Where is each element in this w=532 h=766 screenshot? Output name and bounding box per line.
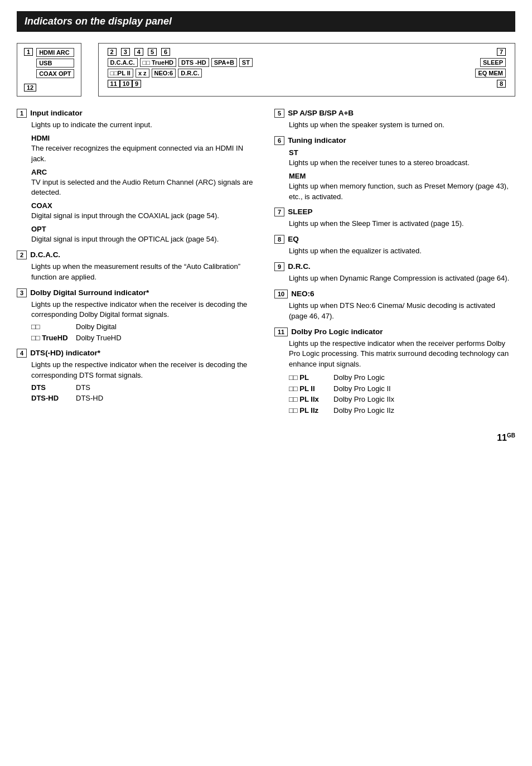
sub-opt-text: Digital signal is input through the OPTI… (31, 234, 258, 245)
diag-bottom-nums: 11 10 9 8 (108, 80, 506, 88)
page-title: Indicators on the display panel (17, 11, 515, 32)
dts-value-2: DTS-HD (76, 393, 108, 404)
pl-label-1: □□ PL (289, 372, 333, 383)
label-st: ST (239, 58, 253, 67)
sub-mem-heading: MEM (289, 172, 515, 180)
section-9-num: 9 (274, 262, 284, 271)
section-7-body: Lights up when the Sleep Timer is activa… (289, 219, 515, 229)
num-11: 11 (108, 80, 120, 88)
section-2-num: 2 (17, 250, 27, 259)
pl-label-4: □□ PL IIz (289, 405, 333, 416)
section-6-num: 6 (274, 136, 284, 145)
left-column: 1 Input indicator Lights up to indicate … (17, 109, 258, 421)
sub-st-heading: ST (289, 148, 515, 157)
dts-value-1: DTS (76, 382, 108, 393)
label-usb: USB (36, 59, 74, 68)
dts-label-1: DTS (31, 382, 76, 393)
pl-value-2: Dolby Pro Logic II (333, 383, 399, 394)
sub-hdmi-text: The receiver recognizes the equipment co… (31, 143, 258, 165)
section-6-header: 6 Tuning indicator (274, 136, 515, 145)
page-number-area: 11GB (17, 432, 515, 443)
label-neo6: NEO:6 (152, 69, 176, 78)
table-row: DTS DTS (31, 382, 108, 393)
dd-value-1: Dolby Digital (76, 321, 126, 333)
section-4-text: Lights up the respective indicator when … (31, 360, 247, 379)
section-10: 10 NEO:6 Lights up when DTS Neo:6 Cinema… (274, 290, 515, 322)
section-9: 9 D.R.C. Lights up when Dynamic Range Co… (274, 262, 515, 284)
section-1-intro: Lights up to indicate the current input. (31, 121, 152, 129)
section-1-header: 1 Input indicator (17, 109, 258, 118)
sub-st-text: Lights up when the receiver tunes to a s… (289, 158, 515, 168)
diagram-left-panel: 1 HDMI ARC USB COAX OPT 12 (17, 43, 81, 97)
table-row: □□ PL Dolby Pro Logic (289, 372, 399, 383)
section-8-body: Lights up when the equalizer is activate… (289, 246, 515, 257)
section-4-header: 4 DTS(-HD) indicator* (17, 349, 258, 358)
section-3-text: Lights up the respective indicator when … (31, 300, 247, 319)
label-spa-b: SPA+B (211, 58, 237, 67)
section-7-text: Lights up when the Sleep Timer is activa… (289, 219, 464, 228)
section-6: 6 Tuning indicator ST Lights up when the… (274, 136, 515, 203)
section-2-title: D.C.A.C. (30, 250, 60, 259)
label-dcac: D.C.A.C. (108, 58, 138, 67)
section-5-body: Lights up when the speaker system is tur… (289, 120, 515, 131)
table-row: □□ Dolby Digital (31, 321, 126, 333)
section-10-num: 10 (274, 290, 288, 298)
section-3-body: Lights up the respective indicator when … (31, 300, 258, 344)
label-sleep: SLEEP (480, 58, 506, 67)
section-2-text: Lights up when the measurement results o… (31, 262, 240, 281)
section-11-body: Lights up the respective indicator when … (289, 339, 515, 416)
dts-table: DTS DTS DTS-HD DTS-HD (31, 382, 108, 404)
section-6-body: ST Lights up when the receiver tunes to … (289, 148, 515, 203)
dolby-digital-table: □□ Dolby Digital □□ TrueHD Dolby TrueHD (31, 321, 126, 343)
sub-arc-heading: ARC (31, 168, 258, 176)
label-hdmi-arc: HDMI ARC (36, 48, 74, 57)
sub-hdmi-heading: HDMI (31, 134, 258, 142)
section-7: 7 SLEEP Lights up when the Sleep Timer i… (274, 208, 515, 229)
section-2: 2 D.C.A.C. Lights up when the measuremen… (17, 250, 258, 283)
sub-mem-text: Lights up when memory function, such as … (289, 181, 515, 203)
table-row: □□ PL II Dolby Pro Logic II (289, 383, 399, 394)
right-column: 5 SP A/SP B/SP A+B Lights up when the sp… (274, 109, 515, 421)
section-11-title: Dolby Pro Logic indicator (291, 327, 383, 336)
label-eq-mem: EQ MEM (475, 69, 506, 78)
pl-value-3: Dolby Pro Logic IIx (333, 394, 399, 405)
sub-coax-heading: COAX (31, 201, 258, 210)
num-6: 6 (161, 48, 170, 56)
table-row: DTS-HD DTS-HD (31, 393, 108, 404)
diag-labels-row1: D.C.A.C. □□ TrueHD DTS -HD SPA+B ST SLEE… (108, 58, 506, 67)
pl-value-1: Dolby Pro Logic (333, 372, 399, 383)
num-9: 9 (132, 80, 141, 88)
section-3-title: Dolby Digital Surround indicator* (30, 288, 149, 297)
pl-value-4: Dolby Pro Logic IIz (333, 405, 399, 416)
pl-label-2: □□ PL II (289, 383, 333, 394)
section-1: 1 Input indicator Lights up to indicate … (17, 109, 258, 245)
num-label-1: 1 (24, 48, 33, 56)
section-7-header: 7 SLEEP (274, 208, 515, 216)
section-3: 3 Dolby Digital Surround indicator* Ligh… (17, 288, 258, 344)
diag-labels-row2: □□PL II x z NEO:6 D.R.C. EQ MEM (108, 69, 506, 78)
diag-nums-row: 2 3 4 5 6 7 (108, 48, 506, 56)
section-5-text: Lights up when the speaker system is tur… (289, 121, 444, 129)
section-3-header: 3 Dolby Digital Surround indicator* (17, 288, 258, 297)
section-9-title: D.R.C. (288, 262, 311, 271)
table-row: □□ PL IIz Dolby Pro Logic IIz (289, 405, 399, 416)
section-11-header: 11 Dolby Pro Logic indicator (274, 327, 515, 336)
dd-label-1: □□ (31, 321, 76, 333)
pl-label-3: □□ PL IIx (289, 394, 333, 405)
section-1-body: Lights up to indicate the current input.… (31, 120, 258, 245)
section-2-body: Lights up when the measurement results o… (31, 262, 258, 283)
table-row: □□ PL IIx Dolby Pro Logic IIx (289, 394, 399, 405)
section-5-num: 5 (274, 109, 284, 118)
section-10-text: Lights up when DTS Neo:6 Cinema/ Music d… (289, 301, 495, 320)
section-1-num: 1 (17, 109, 27, 118)
section-4-title: DTS(-HD) indicator* (30, 349, 100, 357)
dts-label-2: DTS-HD (31, 393, 76, 404)
section-3-num: 3 (17, 288, 27, 297)
section-1-title: Input indicator (30, 109, 83, 117)
label-drc: D.R.C. (178, 69, 202, 78)
section-5-header: 5 SP A/SP B/SP A+B (274, 109, 515, 118)
num-4: 4 (134, 48, 143, 56)
num-2: 2 (108, 48, 117, 56)
section-7-title: SLEEP (288, 208, 312, 216)
section-7-num: 7 (274, 208, 284, 216)
